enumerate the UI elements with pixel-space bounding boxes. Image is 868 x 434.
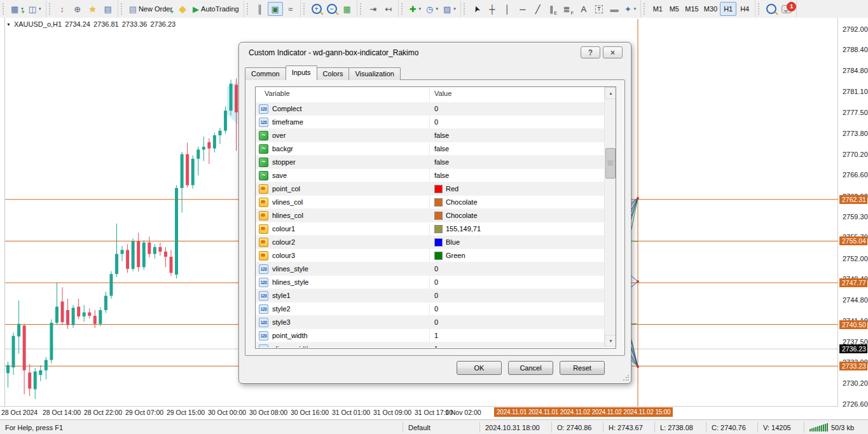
vertical-line-button[interactable]: │	[500, 2, 515, 16]
variable-value[interactable]: Green	[430, 252, 465, 260]
timeframe-m15[interactable]: M15	[682, 2, 701, 16]
dropdown-caret-icon[interactable]: ▾	[453, 6, 456, 11]
variable-value[interactable]: false	[430, 172, 449, 179]
cursor-button[interactable]: ➤	[469, 2, 485, 16]
horizontal-line-button[interactable]: ─	[515, 2, 530, 16]
variable-value[interactable]: Chocolate	[430, 212, 478, 220]
table-row[interactable]: ~stopperfalse	[256, 156, 604, 169]
toolbar-drag-handle[interactable]	[247, 3, 251, 15]
templates-button[interactable]: ▨▾	[441, 2, 458, 16]
dropdown-caret-icon[interactable]: ▾	[419, 6, 422, 11]
new-chart-button[interactable]: ▦+▾	[8, 2, 26, 16]
candlestick-chart-button[interactable]: ▣	[268, 2, 283, 16]
periods-button[interactable]: ◷▾	[424, 2, 441, 16]
dropdown-caret-icon[interactable]: ▾	[634, 6, 637, 11]
table-row[interactable]: 123vlines_style0	[256, 262, 604, 276]
timeframe-h1[interactable]: H1	[720, 2, 736, 16]
toolbar-drag-handle[interactable]	[464, 3, 467, 15]
symbol-collapse-icon[interactable]: ▼	[6, 22, 11, 27]
table-row[interactable]: hlines_colChocolate	[256, 209, 604, 222]
variable-value[interactable]: Chocolate	[430, 198, 478, 207]
toolbar-drag-handle[interactable]	[401, 3, 405, 15]
dropdown-caret-icon[interactable]: ▾	[436, 6, 438, 11]
column-header-value[interactable]: Value	[434, 90, 451, 97]
toolbar-drag-handle[interactable]	[49, 3, 53, 15]
reset-button[interactable]: Reset	[560, 361, 605, 375]
zoom-out-button[interactable]: −	[324, 2, 340, 16]
variable-value[interactable]: Red	[430, 185, 458, 193]
status-profile[interactable]: Default	[403, 422, 479, 433]
variable-value[interactable]: 0	[430, 292, 438, 299]
timeframe-m5[interactable]: M5	[666, 2, 682, 16]
time-axis[interactable]: 2024.11.01 2024.11.01 2024.11.02 2024.11…	[0, 407, 838, 419]
table-scrollbar[interactable]: ▲ ▼	[604, 87, 616, 347]
variable-value[interactable]: false	[430, 132, 449, 139]
crosshair-button[interactable]: ┼	[485, 2, 500, 16]
table-row[interactable]: colour1155,149,71	[256, 222, 604, 236]
table-row[interactable]: colour3Green	[256, 249, 604, 262]
new-order-button[interactable]: ▤+New Order	[127, 2, 175, 16]
autotrading-button[interactable]: ▶AutoTrading	[190, 2, 242, 16]
variable-value[interactable]: false	[430, 158, 449, 166]
table-row[interactable]: 123timeframe0	[256, 116, 604, 129]
variable-value[interactable]: 0	[430, 305, 438, 313]
favorites-button[interactable]: ★	[85, 2, 100, 16]
dialog-close-button[interactable]: ×	[603, 46, 623, 58]
table-row[interactable]: 123style10	[256, 289, 604, 302]
table-row[interactable]: ~backgrfalse	[256, 142, 604, 156]
text-button[interactable]: A	[576, 2, 591, 16]
table-row[interactable]: point_colRed	[256, 182, 604, 196]
dialog-help-button[interactable]: ?	[581, 46, 600, 58]
tab-visualization[interactable]: Visualization	[348, 67, 401, 80]
tab-inputs[interactable]: Inputs	[286, 65, 317, 80]
table-row[interactable]: 123point_width1	[256, 329, 604, 342]
scrollbar-up-icon[interactable]: ▲	[605, 87, 616, 99]
tab-common[interactable]: Common	[245, 67, 286, 80]
tile-windows-button[interactable]: ▦	[340, 2, 355, 16]
toolbar-drag-handle[interactable]	[3, 3, 6, 15]
variable-value[interactable]: 0	[430, 105, 438, 112]
variable-value[interactable]: false	[430, 145, 449, 153]
table-row[interactable]: 123style20	[256, 302, 604, 316]
ok-button[interactable]: OK	[457, 361, 502, 375]
trendline-button[interactable]: ╱	[530, 2, 546, 16]
variable-value[interactable]: 1	[430, 332, 438, 339]
zoom-in-button[interactable]: +	[309, 2, 324, 16]
table-row[interactable]: ~overfalse	[256, 129, 604, 142]
line-chart-button[interactable]: ≈	[283, 2, 298, 16]
column-header-variable[interactable]: Variable	[265, 90, 290, 97]
timeframe-h4[interactable]: H4	[736, 2, 753, 16]
bar-chart-button[interactable]: ║	[252, 2, 268, 16]
auto-scroll-button[interactable]: ⇥	[366, 2, 381, 16]
indicators-button[interactable]: ✚▾	[407, 2, 424, 16]
fibonacci-button[interactable]: ≣F	[561, 2, 576, 16]
channel-button[interactable]: ∥E	[546, 2, 561, 16]
table-row[interactable]: 123Complect0	[256, 102, 604, 116]
price-axis[interactable]: 2792.002788.402784.802781.102777.502773.…	[838, 18, 868, 407]
scrollbar-down-icon[interactable]: ▼	[605, 335, 616, 347]
market-watch-button[interactable]: ↕	[55, 2, 70, 16]
toolbar-drag-handle[interactable]	[303, 3, 307, 15]
tab-colors[interactable]: Colors	[317, 67, 350, 80]
toolbar-drag-handle[interactable]	[644, 3, 647, 15]
label-button[interactable]: T	[591, 2, 607, 16]
search-button[interactable]	[764, 2, 779, 16]
table-row[interactable]: vlines_colChocolate	[256, 196, 604, 209]
expert-advisors-button[interactable]: ◆	[175, 2, 190, 16]
table-row[interactable]: 123style30	[256, 316, 604, 329]
table-row[interactable]: ~savefalse	[256, 169, 604, 182]
dropdown-caret-icon[interactable]: ▾	[39, 6, 41, 11]
variable-value[interactable]: 1	[430, 345, 438, 348]
scrollbar-thumb[interactable]	[605, 148, 616, 179]
chart-shift-button[interactable]: ↤	[381, 2, 396, 16]
variable-value[interactable]: 0	[430, 278, 438, 286]
table-row[interactable]: colour2Blue	[256, 236, 604, 249]
variable-value[interactable]: 155,149,71	[430, 225, 481, 233]
timeframe-m1[interactable]: M1	[649, 2, 666, 16]
toolbar-drag-handle[interactable]	[360, 3, 364, 15]
variable-value[interactable]: 0	[430, 318, 438, 326]
data-window-button[interactable]: ⊕	[70, 2, 85, 16]
shapes-button[interactable]: ▬	[607, 2, 622, 16]
timeframe-m30[interactable]: M30	[701, 2, 720, 16]
profiles-button[interactable]: ◫▾	[26, 2, 44, 16]
